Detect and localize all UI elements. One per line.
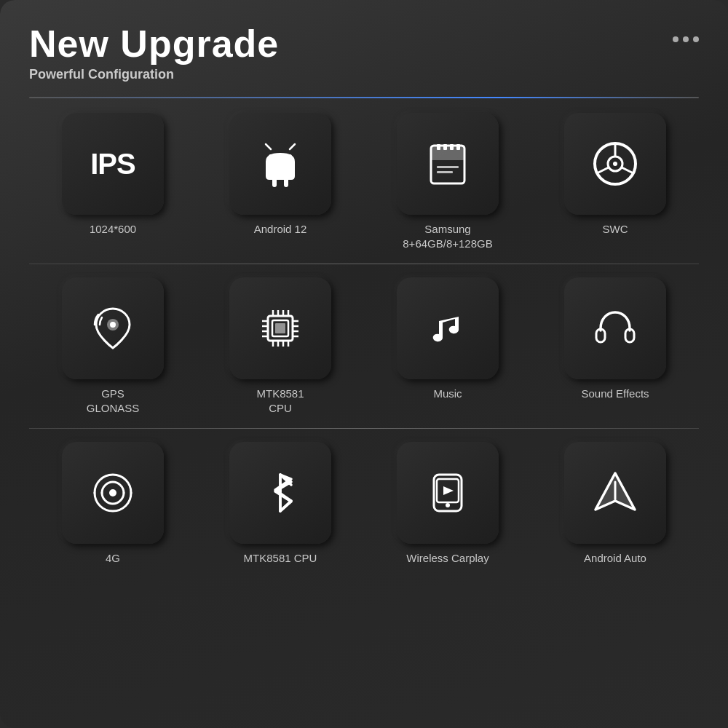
features-row-1: IPS 1024*600 Android 12 (36, 113, 692, 250)
divider-2 (29, 428, 699, 429)
header-divider (29, 97, 699, 98)
ips-icon: IPS (90, 148, 135, 181)
features-row-2: GPSGLONASS (36, 277, 692, 415)
svg-line-2 (266, 144, 271, 149)
feature-sound: Sound Effects (539, 277, 692, 415)
cpu-label: MTK8581CPU (256, 387, 304, 415)
ips-label: 1024*600 (90, 222, 136, 237)
feature-ips: IPS 1024*600 (36, 113, 189, 250)
svg-rect-7 (443, 144, 447, 150)
icon-box-sound (564, 277, 666, 379)
icon-box-ips: IPS (62, 113, 164, 215)
svg-rect-11 (437, 171, 453, 173)
icon-box-samsung (397, 113, 499, 215)
icon-box-android (229, 113, 331, 215)
menu-dot-2[interactable] (683, 36, 689, 42)
svg-point-45 (446, 503, 450, 507)
icon-box-gps (62, 277, 164, 379)
icon-box-auto (564, 442, 666, 544)
swc-label: SWC (603, 222, 628, 237)
feature-swc: SWC (539, 113, 692, 250)
svg-line-17 (622, 167, 633, 173)
carplay-icon (422, 467, 473, 518)
gps-icon (87, 303, 138, 354)
icon-box-4g (62, 442, 164, 544)
menu-dots[interactable] (673, 36, 699, 42)
feature-auto: Android Auto (539, 442, 692, 566)
feature-samsung: Samsung8+64GB/8+128GB (371, 113, 524, 250)
swc-icon (590, 138, 641, 189)
feature-gps: GPSGLONASS (36, 277, 189, 415)
android-label: Android 12 (254, 222, 307, 237)
feature-carplay: Wireless Carplay (371, 442, 524, 566)
svg-point-14 (613, 162, 617, 166)
4g-label: 4G (106, 551, 120, 566)
auto-icon (590, 467, 641, 518)
android-icon (255, 138, 306, 189)
feature-android: Android 12 (204, 113, 357, 250)
icon-box-carplay (397, 442, 499, 544)
svg-point-19 (110, 322, 116, 328)
svg-point-41 (109, 489, 116, 496)
features-row-3: 4G MTK8581 C (36, 442, 692, 566)
svg-rect-38 (275, 323, 285, 333)
memory-icon (422, 138, 473, 189)
4g-icon (87, 467, 138, 518)
page-subtitle: Powerful Configuration (29, 67, 279, 82)
header-row: New Upgrade Powerful Configuration (29, 22, 699, 88)
feature-4g: 4G (36, 442, 189, 566)
bluetooth-icon (255, 467, 306, 518)
svg-rect-10 (437, 166, 459, 168)
icon-box-music (397, 277, 499, 379)
svg-marker-46 (443, 486, 454, 495)
icon-box-bluetooth (229, 442, 331, 544)
divider-1 (29, 264, 699, 264)
feature-music: Music (371, 277, 524, 415)
menu-dot-3[interactable] (693, 36, 699, 42)
page-title: New Upgrade (29, 22, 279, 66)
menu-dot-1[interactable] (673, 36, 678, 42)
header: New Upgrade Powerful Configuration (29, 22, 279, 82)
sound-label: Sound Effects (581, 387, 649, 401)
music-icon (422, 303, 473, 354)
auto-label: Android Auto (584, 551, 646, 566)
icon-box-cpu (229, 277, 331, 379)
main-container: New Upgrade Powerful Configuration IPS 1… (0, 0, 728, 728)
sound-icon (590, 303, 641, 354)
icon-box-swc (564, 113, 666, 215)
samsung-label: Samsung8+64GB/8+128GB (403, 222, 492, 250)
svg-rect-6 (437, 144, 440, 150)
feature-bluetooth: MTK8581 CPU (204, 442, 357, 566)
svg-rect-9 (456, 144, 460, 150)
svg-line-16 (597, 167, 609, 173)
gps-label: GPSGLONASS (87, 387, 140, 415)
cpu-icon (255, 303, 306, 354)
feature-cpu: MTK8581CPU (204, 277, 357, 415)
carplay-label: Wireless Carplay (406, 551, 488, 566)
music-label: Music (433, 387, 462, 401)
svg-line-3 (290, 144, 295, 149)
svg-rect-8 (450, 144, 454, 150)
bluetooth-label: MTK8581 CPU (244, 551, 317, 566)
